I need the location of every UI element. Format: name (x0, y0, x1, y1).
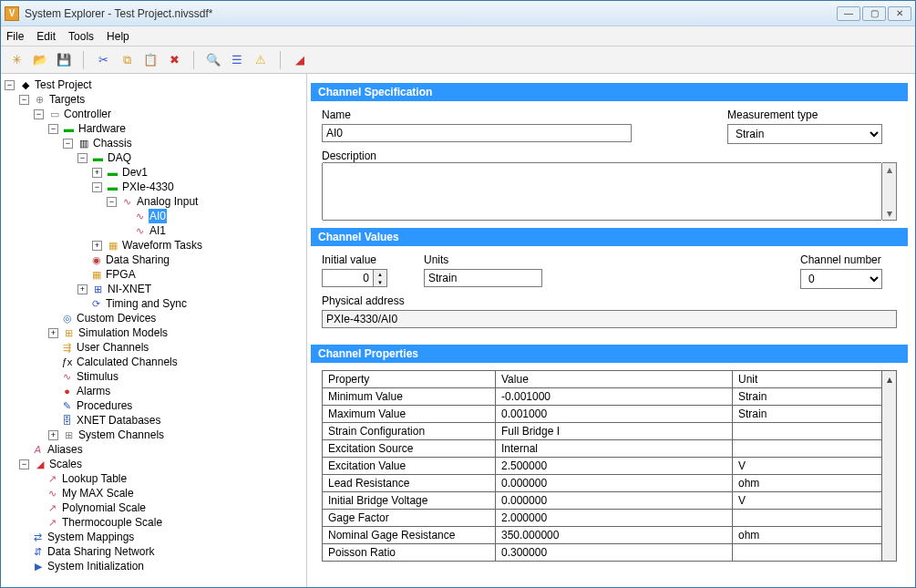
tree-controller[interactable]: Controller (63, 107, 112, 121)
tree-fpga[interactable]: FPGA (105, 267, 137, 282)
tree-ai1[interactable]: AI1 (149, 223, 167, 238)
menu-help[interactable]: Help (107, 30, 129, 43)
tree-ai[interactable]: Analog Input (136, 194, 199, 209)
tree-sysinit[interactable]: System Initialization (46, 559, 145, 573)
new-icon[interactable]: ✳ (8, 52, 25, 68)
tree-pxie[interactable]: PXIe-4330 (121, 180, 175, 194)
tree-thermo[interactable]: Thermocouple Scale (61, 515, 163, 530)
channel-number-select[interactable]: 0 (800, 269, 882, 289)
menu-file[interactable]: File (6, 30, 24, 43)
prop-value[interactable]: 350.000000 (496, 527, 733, 544)
expand-icon[interactable]: − (107, 197, 117, 207)
table-row[interactable]: Excitation SourceInternal (323, 440, 882, 458)
measurement-type-select[interactable]: Strain (727, 124, 882, 144)
expand-icon[interactable]: − (63, 139, 73, 149)
open-icon[interactable]: 📂 (32, 52, 48, 68)
table-row[interactable]: Maximum Value0.001000Strain (323, 406, 882, 423)
tree-scales[interactable]: Scales (48, 457, 83, 471)
expand-icon[interactable]: + (92, 241, 102, 251)
col-unit[interactable]: Unit (733, 371, 882, 388)
tree-calc[interactable]: Calculated Channels (76, 355, 179, 369)
tree-mymax[interactable]: My MAX Scale (61, 486, 135, 500)
copy-icon[interactable]: ⧉ (118, 52, 135, 68)
tree-xnetdb[interactable]: XNET Databases (76, 413, 162, 428)
tree-root[interactable]: Test Project (34, 77, 93, 92)
tree-custom[interactable]: Custom Devices (76, 311, 157, 325)
tree-sim[interactable]: Simulation Models (77, 325, 169, 340)
tree-dev1[interactable]: Dev1 (121, 165, 149, 180)
save-icon[interactable]: 💾 (56, 52, 72, 68)
menu-edit[interactable]: Edit (36, 30, 56, 43)
spinner[interactable]: ▲▼ (373, 269, 387, 287)
tree-hardware[interactable]: Hardware (77, 121, 127, 136)
expand-icon[interactable]: + (48, 328, 58, 338)
maximize-button[interactable]: ▢ (862, 6, 886, 21)
minimize-button[interactable]: — (837, 6, 860, 21)
col-value[interactable]: Value (496, 371, 733, 388)
tree-dsn[interactable]: Data Sharing Network (46, 544, 155, 559)
tree-lookup[interactable]: Lookup Table (61, 471, 128, 486)
expand-icon[interactable]: − (34, 109, 44, 119)
scrollbar[interactable]: ▴▾ (882, 162, 897, 221)
properties-table[interactable]: Property Value Unit Minimum Value-0.0010… (322, 370, 882, 562)
expand-icon[interactable]: − (77, 153, 87, 163)
table-row[interactable]: Strain ConfigurationFull Bridge I (323, 423, 882, 440)
prop-value[interactable]: Full Bridge I (496, 423, 733, 440)
initial-value-input[interactable] (322, 269, 373, 287)
prop-value[interactable]: -0.001000 (496, 388, 733, 406)
tree-procedures[interactable]: Procedures (76, 398, 133, 413)
warning-icon[interactable]: ⚠ (252, 52, 269, 68)
expand-icon[interactable]: + (92, 168, 102, 178)
tree-waveform[interactable]: Waveform Tasks (121, 238, 203, 253)
list-icon[interactable]: ☰ (229, 52, 245, 68)
delete-icon[interactable]: ✖ (166, 52, 182, 68)
tree-chassis[interactable]: Chassis (92, 136, 133, 150)
prop-value[interactable]: 0.000000 (496, 475, 733, 492)
prop-value[interactable]: Internal (496, 440, 733, 458)
scrollbar[interactable]: ▴ (882, 370, 897, 562)
tree-sysch[interactable]: System Channels (77, 428, 165, 442)
scale-icon[interactable]: ◢ (292, 52, 308, 68)
tree-nixnet[interactable]: NI-XNET (107, 282, 152, 296)
description-textarea[interactable] (322, 162, 882, 221)
tree-daq[interactable]: DAQ (107, 150, 132, 165)
menu-tools[interactable]: Tools (68, 30, 94, 43)
tree-timing[interactable]: Timing and Sync (105, 296, 188, 311)
table-row[interactable]: Initial Bridge Voltage0.000000V (323, 492, 882, 510)
prop-value[interactable]: 0.300000 (496, 544, 733, 562)
project-tree[interactable]: −◆Test Project −⊕Targets −▭Controller −▬… (1, 74, 307, 588)
tree-targets[interactable]: Targets (48, 92, 86, 107)
cut-icon[interactable]: ✂ (95, 52, 111, 68)
tree-stimulus[interactable]: Stimulus (76, 369, 119, 384)
col-property[interactable]: Property (323, 371, 496, 388)
tree-alarms[interactable]: Alarms (76, 384, 111, 398)
find-icon[interactable]: 🔍 (205, 52, 221, 68)
tree-poly[interactable]: Polynomial Scale (61, 500, 147, 515)
prop-value[interactable]: 0.001000 (496, 406, 733, 423)
tree-sysmap[interactable]: System Mappings (46, 530, 135, 544)
table-row[interactable]: Nominal Gage Resistance350.000000ohm (323, 527, 882, 544)
table-row[interactable]: Poisson Ratio0.300000 (323, 544, 882, 562)
name-input[interactable] (322, 124, 632, 142)
table-row[interactable]: Lead Resistance0.000000ohm (323, 475, 882, 492)
tree-ai0[interactable]: AI0 (149, 209, 167, 223)
table-row[interactable]: Excitation Value2.500000V (323, 458, 882, 475)
tree-userch[interactable]: User Channels (76, 340, 149, 355)
tree-datasharing[interactable]: Data Sharing (105, 253, 170, 267)
expand-icon[interactable]: − (19, 459, 29, 469)
table-row[interactable]: Gage Factor2.000000 (323, 510, 882, 527)
tree-aliases[interactable]: Aliases (46, 442, 84, 457)
units-input[interactable] (424, 269, 542, 287)
prop-value[interactable]: 0.000000 (496, 492, 733, 510)
prop-value[interactable]: 2.000000 (496, 510, 733, 527)
expand-icon[interactable]: + (77, 284, 87, 294)
close-button[interactable]: ✕ (888, 6, 911, 21)
expand-icon[interactable]: + (48, 430, 58, 440)
expand-icon[interactable]: − (48, 124, 58, 134)
expand-icon[interactable]: − (92, 182, 102, 192)
paste-icon[interactable]: 📋 (142, 52, 159, 68)
expand-icon[interactable]: − (5, 80, 15, 90)
prop-value[interactable]: 2.500000 (496, 458, 733, 475)
expand-icon[interactable]: − (19, 95, 29, 105)
table-row[interactable]: Minimum Value-0.001000Strain (323, 388, 882, 406)
